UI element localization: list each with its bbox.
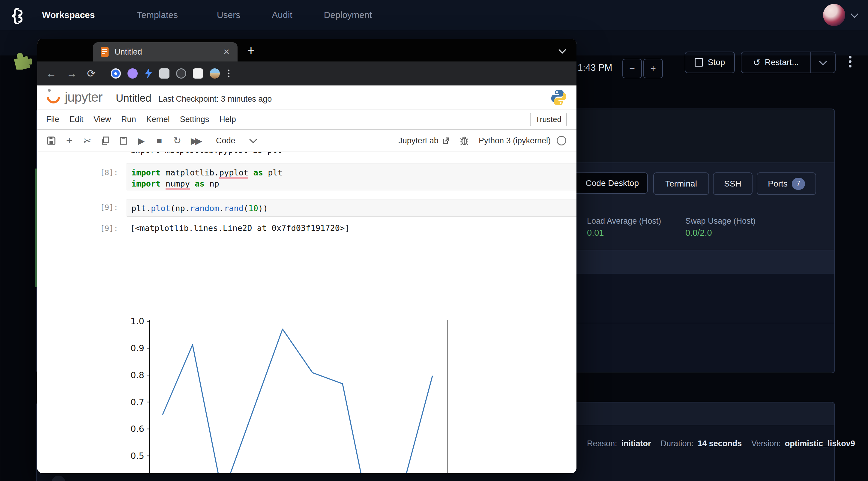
jupyter-menu-bar: File Edit View Run Kernel Settings Help … (37, 109, 577, 130)
debugger-bug-icon[interactable] (460, 136, 468, 145)
profile-avatar[interactable] (210, 68, 220, 78)
paste-cell-icon[interactable] (118, 136, 128, 145)
browser-tab[interactable]: Untitled ✕ (93, 42, 238, 62)
jupyter-page: jupyter Untitled Last Checkpoint: 3 minu… (37, 86, 577, 473)
stop-label: Stop (708, 58, 725, 67)
cell-8-input[interactable]: import matplotlib.pyplot as plt import n… (127, 163, 577, 190)
workspace-puzzle-icon (11, 51, 32, 70)
ext-bolt-icon[interactable] (144, 68, 153, 79)
nav-item-deployment[interactable]: Deployment (324, 10, 372, 20)
restart-run-all-icon[interactable]: ▶▶ (190, 135, 200, 146)
save-icon[interactable] (46, 136, 56, 145)
menu-file[interactable]: File (46, 115, 59, 124)
workspace-time: 1:43 PM (578, 62, 612, 73)
ssh-label: SSH (724, 179, 741, 189)
version-label: Version: (751, 439, 781, 448)
notebook-title[interactable]: Untitled (116, 92, 152, 104)
back-icon[interactable]: ← (46, 68, 56, 79)
nav-item-audit[interactable]: Audit (272, 10, 292, 20)
ext-dark-circle-icon[interactable] (176, 68, 186, 78)
output-9-text: [<matplotlib.lines.Line2D at 0x7fd03f191… (130, 223, 350, 233)
reload-icon[interactable]: ⟳ (87, 67, 96, 79)
new-tab-button[interactable]: + (247, 43, 255, 58)
svg-text:0.5: 0.5 (130, 451, 144, 461)
code-line: plt.plot(np.random.rand(10)) (131, 203, 577, 214)
decrease-button[interactable]: − (622, 59, 642, 78)
cell-9-input[interactable]: plt.plot(np.random.rand(10)) (127, 199, 577, 217)
jupyter-logo (46, 89, 62, 105)
browser-window: Untitled ✕ + ← → ⟳ 5555--main--test--mat… (37, 39, 577, 473)
ext-1password-icon[interactable] (111, 68, 121, 78)
stop-icon (695, 58, 703, 67)
restart-kernel-icon[interactable]: ↻ (172, 135, 182, 146)
cell-type-chevron-icon[interactable] (249, 135, 257, 143)
reason-value: initiator (621, 439, 651, 448)
minus-label: − (629, 63, 635, 74)
restart-options-button[interactable] (810, 52, 835, 72)
increase-button[interactable]: + (643, 59, 663, 78)
run-cell-icon[interactable]: ▶ (136, 135, 146, 146)
copy-cell-icon[interactable] (100, 136, 111, 145)
restart-label: Restart... (765, 58, 799, 67)
version-value[interactable]: optimistic_liskov9 (785, 439, 855, 448)
swap-usage-value: 0.0/2.0 (685, 228, 712, 238)
ports-button[interactable]: Ports 7 (757, 172, 816, 195)
svg-text:0.6: 0.6 (130, 424, 144, 434)
ports-label: Ports (768, 179, 787, 189)
nav-item-workspaces[interactable]: Workspaces (42, 10, 95, 20)
jupyterlab-link[interactable]: JupyterLab (398, 136, 438, 146)
stop-workspace-button[interactable]: Stop (685, 52, 735, 73)
svg-text:0.9: 0.9 (130, 343, 144, 353)
menu-help[interactable]: Help (219, 115, 236, 124)
kernel-name[interactable]: Python 3 (ipykernel) (479, 136, 551, 146)
nav-item-templates[interactable]: Templates (137, 10, 178, 20)
terminal-label: Terminal (665, 179, 697, 189)
nav-item-users[interactable]: Users (217, 10, 240, 20)
duration-value: 14 seconds (698, 439, 742, 448)
user-menu-chevron-icon[interactable] (850, 10, 858, 18)
add-cell-icon[interactable]: + (64, 134, 74, 147)
interrupt-kernel-icon[interactable]: ■ (154, 135, 164, 146)
swap-usage-label: Swap Usage (Host) (685, 217, 755, 226)
cell-type-select[interactable]: Code (216, 136, 236, 146)
python-logo-icon (551, 89, 567, 106)
cut-cell-icon[interactable]: ✂ (82, 135, 92, 146)
jupyter-toolbar: + ✂ ▶ ■ ↻ ▶▶ Code JupyterLab (37, 130, 577, 152)
duration-label: Duration: (661, 439, 694, 448)
tab-search-chevron-icon[interactable] (558, 46, 566, 53)
jupyter-logo-text: jupyter (65, 90, 102, 105)
workspace-menu-button[interactable] (847, 54, 853, 73)
terminal-button[interactable]: Terminal (653, 172, 709, 195)
menu-view[interactable]: View (94, 115, 111, 124)
trusted-badge[interactable]: Trusted (530, 113, 567, 126)
ext-white-square-icon[interactable] (193, 68, 203, 78)
browser-menu-icon[interactable] (228, 68, 229, 78)
menu-run[interactable]: Run (121, 115, 136, 124)
menu-settings[interactable]: Settings (180, 115, 209, 124)
tab-close-icon[interactable]: ✕ (223, 47, 230, 57)
output-9-prompt: [9]: (61, 224, 118, 233)
cell-8-prompt: [8]: (61, 168, 118, 177)
chevron-down-icon (819, 58, 827, 65)
top-nav: Workspaces Templates Users Audit Deploym… (0, 0, 868, 30)
code-desktop-label: Code Desktop (586, 179, 639, 188)
ext-puzzle-icon[interactable] (159, 68, 169, 78)
menu-kernel[interactable]: Kernel (146, 115, 170, 124)
load-average-label: Load Average (Host) (587, 217, 661, 226)
code-line: import numpy as np (131, 178, 577, 189)
checkpoint-status: Last Checkpoint: 3 minutes ago (158, 94, 272, 104)
user-avatar[interactable] (823, 4, 845, 26)
menu-edit[interactable]: Edit (70, 115, 84, 124)
matplotlib-figure: 024680.20.30.40.50.60.70.80.91.0 (96, 269, 450, 473)
jupyter-header: jupyter Untitled Last Checkpoint: 3 minu… (37, 86, 577, 109)
svg-text:1.0: 1.0 (130, 316, 144, 326)
load-average-value: 0.01 (587, 228, 604, 238)
ssh-button[interactable]: SSH (713, 172, 752, 195)
ext-github-icon[interactable] (127, 68, 138, 78)
coder-logo-icon[interactable] (8, 6, 25, 24)
restart-workspace-button[interactable]: ↺ Restart... (741, 52, 836, 73)
plus-label: + (650, 63, 656, 74)
forward-icon[interactable]: → (67, 68, 77, 79)
browser-toolbar: ← → ⟳ 5555--main--test--matifali.atif.cd… (37, 62, 577, 86)
reason-label: Reason: (587, 439, 617, 448)
